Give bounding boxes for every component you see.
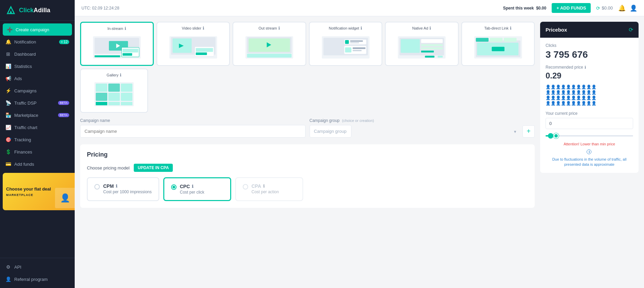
svg-rect-58 [121,102,132,105]
ad-type-video-slider[interactable]: Video slider ℹ [157,22,230,66]
crowd-icon3: 👤👤👤👤👤👤👤👤👤👤 [546,95,596,101]
ad-type-notification-widget[interactable]: Notification widget ℹ [309,22,383,66]
sidebar-ad-sub: MARKETPLACE [6,193,33,197]
bell-icon[interactable]: 🔔 [618,4,626,12]
campaign-name-input[interactable] [80,125,306,138]
svg-rect-57 [108,102,120,105]
ad-type-tab-direct[interactable]: Tab-direct Link ℹ [461,22,535,66]
pricing-card-cpc[interactable]: CPC ℹ Cost per click [163,177,231,201]
svg-rect-54 [108,93,120,101]
sidebar-item-label: Referral program [14,277,48,282]
out-stream-label: Out stream [259,26,277,30]
sidebar-item-tracking[interactable]: 🎯 Tracking [0,133,75,146]
sidebar-item-campaigns[interactable]: ⚡ Campaigns [0,85,75,97]
sidebar-item-label: Traffic chart [14,125,37,130]
ad-type-out-stream[interactable]: Out stream ℹ [233,22,306,66]
current-price-input[interactable] [546,118,633,129]
sidebar-item-label: Add funds [14,162,34,167]
video-slider-label: Video slider [182,26,201,30]
tracking-icon: 🎯 [5,137,11,142]
sidebar-item-statistics[interactable]: 📊 Statistics [0,60,75,72]
video-slider-info-icon: ℹ [203,26,204,31]
api-icon: ⚙ [5,264,11,270]
refresh-icon: ⟳ [596,5,600,11]
sidebar-item-marketplace[interactable]: 🏪 Marketplace BETA [0,109,75,121]
crowd-icon2: 👤👤👤👤👤👤👤👤👤👤 [546,90,596,95]
update-cpa-button[interactable]: UPDATE IN CPA [134,164,173,172]
instream-preview [84,35,150,60]
pricebox: Pricebox ⟳ Clicks 3 795 676 Recommended … [540,22,639,173]
crowd-icons: 👤👤👤👤👤👤👤👤👤👤 👤👤👤👤👤👤👤👤👤👤 👤👤👤👤👤👤👤👤👤👤 👤👤👤👤👤👤👤… [546,85,633,106]
sidebar-item-label: Dashboard [14,52,36,57]
svg-rect-40 [425,55,435,57]
cpm-radio[interactable] [94,184,100,190]
sidebar-item-traffic-dsp[interactable]: 📡 Traffic DSP BETA [0,97,75,109]
cpc-radio[interactable] [171,184,177,190]
user-icon[interactable]: 👤 [630,4,637,12]
sidebar-ad[interactable]: Choose your flat deal MARKETPLACE 👤 [3,173,75,210]
marketplace-icon: 🏪 [5,112,11,118]
svg-marker-1 [10,10,12,14]
sidebar-item-add-funds[interactable]: 💳 Add funds [0,158,75,170]
sidebar-item-traffic-chart[interactable]: 📈 Traffic chart [0,121,75,133]
svg-rect-44 [476,38,489,41]
sidebar-ad-text: Choose your flat deal [6,186,51,192]
svg-rect-28 [352,50,361,51]
sidebar: ClickAdilla ➕ Create campaign 🔔 Notifica… [0,0,75,288]
native-ad-preview [388,35,455,60]
topbar-spent: Spent this week $0.00 [503,6,546,11]
pricing-card-cpa[interactable]: CPA ℹ Cost per action [235,177,303,201]
sidebar-item-label: Finances [14,149,32,155]
price-slider[interactable] [546,132,633,139]
sidebar-item-finances[interactable]: 💲 Finances [0,146,75,158]
cpc-subtitle: Cost per click [180,190,223,195]
slider-thumb-right[interactable] [553,133,559,139]
pricebox-header: Pricebox ⟳ [540,22,639,38]
pricing-options: CPM ℹ Cost per 1000 impressions CPC [87,177,528,201]
topbar: UTC: 02.09 12:24:28 Spent this week $0.0… [75,0,644,16]
sidebar-item-label: Notification [14,39,36,44]
cpc-label: CPC [180,184,190,189]
campaign-name-group: Campaign name [80,118,306,138]
add-funds-button[interactable]: + ADD FUNDS [552,3,591,13]
ad-type-gallery[interactable]: Gallery ℹ [80,69,148,113]
instream-label: In-stream [108,26,123,31]
cpm-info-icon: ℹ [116,184,117,188]
tab-direct-info-icon: ℹ [510,26,512,31]
svg-rect-53 [96,93,107,101]
sidebar-item-api[interactable]: ⚙ API [0,261,75,273]
svg-rect-26 [345,47,351,52]
ad-types-row2: Gallery ℹ [80,69,535,113]
current-price-label: Your current price [546,111,633,116]
content-area: In-stream ℹ [75,16,644,288]
sidebar-item-ads[interactable]: 📢 Ads [0,72,75,85]
svg-rect-32 [350,42,359,43]
video-slider-preview [160,35,227,60]
ad-type-native-ad[interactable]: Native Ad ℹ [385,22,459,66]
svg-rect-9 [123,49,138,52]
sidebar-item-dashboard[interactable]: ⊞ Dashboard [0,48,75,60]
notification-widget-label: Notification widget [329,26,359,30]
ad-types-grid: In-stream ℹ [80,22,535,66]
info-circle-icon: ℹ [587,149,591,154]
ad-type-instream[interactable]: In-stream ℹ [80,22,154,66]
tab-direct-preview [465,35,532,60]
svg-rect-16 [196,48,213,52]
sidebar-item-referral[interactable]: 👤 Referral program [0,273,75,285]
campaign-group-select[interactable]: Campaign group [310,125,351,138]
pricing-card-cpm[interactable]: CPM ℹ Cost per 1000 impressions [87,177,159,201]
sidebar-item-create-campaign[interactable]: ➕ Create campaign [3,23,72,36]
svg-rect-55 [121,93,132,101]
add-group-button[interactable]: + [522,125,535,138]
referral-icon: 👤 [5,276,11,282]
slider-thumb-left[interactable] [548,133,553,139]
dashboard-icon: ⊞ [5,51,11,57]
campaign-group-label: Campaign group (choice or creation) [310,118,535,123]
campaign-form-row: Campaign name Campaign group (choice or … [80,118,535,138]
right-panel: Pricebox ⟳ Clicks 3 795 676 Recommended … [540,22,639,283]
sidebar-item-notification[interactable]: 🔔 Notification + 12 [0,36,75,48]
cpa-radio[interactable] [243,184,248,190]
crowd-icon: 👤👤👤👤👤👤👤👤👤👤 [546,85,596,90]
pricebox-refresh-icon[interactable]: ⟳ [629,26,633,33]
attention-text: Attention! Lower than min price [546,142,633,146]
